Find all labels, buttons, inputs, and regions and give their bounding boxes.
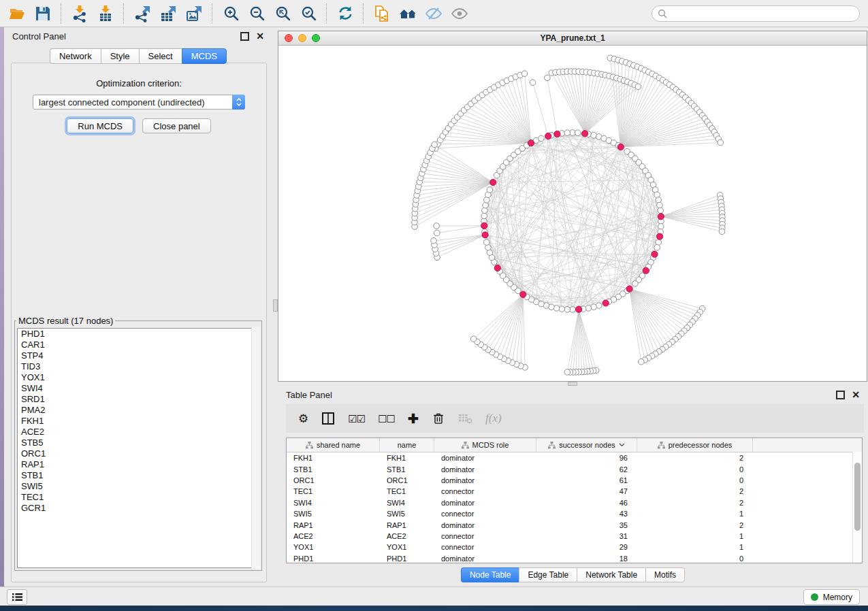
table-cell: 29 [536, 543, 637, 551]
minimize-window-icon[interactable] [298, 34, 306, 42]
float-panel-icon[interactable] [240, 32, 249, 41]
export-table-button[interactable] [155, 2, 181, 25]
table-row[interactable]: YOX1YOX1connector291 [287, 542, 862, 552]
scrollbar-thumb[interactable] [854, 463, 861, 531]
mcds-node-item[interactable]: PMA2 [18, 405, 259, 416]
mcds-node-item[interactable]: YOX1 [18, 372, 259, 383]
column-header-shared-name[interactable]: shared name [287, 438, 380, 452]
mcds-tab-content: Optimization criterion: largest connecte… [11, 63, 267, 582]
tab-select[interactable]: Select [139, 48, 182, 64]
show-columns-icon[interactable] [321, 412, 335, 425]
toolbar-separator [212, 3, 213, 24]
maximize-window-icon[interactable] [312, 34, 320, 42]
tab-motifs[interactable]: Motifs [645, 567, 685, 582]
save-session-button[interactable] [30, 2, 56, 25]
select-all-icon[interactable]: ☑☑ [348, 414, 365, 424]
add-column-icon[interactable]: ✚ [408, 412, 419, 425]
tab-mcds[interactable]: MCDS [182, 48, 227, 64]
memory-status-dot-icon [811, 593, 818, 601]
network-window-titlebar[interactable]: YPA_prune.txt_1 [278, 31, 867, 46]
column-header-MCDS-role[interactable]: MCDS role [434, 438, 536, 452]
search-input[interactable] [671, 8, 854, 19]
tab-network[interactable]: Network [50, 48, 101, 64]
open-file-button[interactable] [4, 2, 30, 25]
close-panel-button[interactable]: Close panel [142, 118, 211, 133]
zoom-selected-button[interactable] [295, 2, 321, 25]
show-details-button[interactable] [447, 2, 472, 25]
network-graph-canvas[interactable] [278, 46, 867, 381]
task-history-button[interactable] [7, 589, 27, 605]
mcds-node-item[interactable]: CAR1 [18, 340, 259, 350]
mcds-node-item[interactable]: PHD1 [18, 329, 259, 340]
zoom-out-button[interactable] [244, 2, 270, 25]
column-header-predecessor-nodes[interactable]: predecessor nodes [637, 438, 753, 452]
network-title: YPA_prune.txt_1 [540, 33, 605, 43]
mcds-node-item[interactable]: RAP1 [18, 459, 259, 470]
table-row[interactable]: ACE2ACE2connector311 [287, 531, 862, 542]
close-panel-icon[interactable]: ✕ [852, 390, 860, 399]
table-row[interactable]: RAP1RAP1dominator352 [287, 519, 862, 530]
table-body[interactable]: FKH1FKH1dominator962STB1STB1dominator620… [287, 452, 862, 563]
mcds-node-item[interactable]: SWI4 [18, 383, 259, 394]
tab-node-table[interactable]: Node Table [461, 567, 519, 582]
mcds-node-item[interactable]: STP4 [18, 350, 259, 361]
table-cell: connector [434, 543, 536, 551]
mcds-node-item[interactable]: SWI5 [18, 481, 259, 492]
close-window-icon[interactable] [285, 34, 293, 42]
select-stepper-icon [232, 95, 245, 110]
mcds-node-item[interactable]: STB1 [18, 470, 259, 481]
close-panel-icon[interactable]: ✕ [256, 31, 264, 41]
mcds-node-item[interactable]: SRD1 [18, 394, 259, 405]
table-row[interactable]: FKH1FKH1dominator962 [287, 452, 862, 463]
mcds-node-item[interactable]: TEC1 [18, 492, 259, 503]
zoom-in-button[interactable] [218, 2, 244, 25]
mcds-node-item[interactable]: ACE2 [18, 427, 259, 437]
table-cell: 61 [536, 476, 637, 484]
delete-table-icon[interactable] [458, 412, 472, 425]
refresh-view-button[interactable] [332, 2, 358, 25]
hide-details-button[interactable] [421, 2, 447, 25]
table-row[interactable]: PHD1PHD1dominator180 [287, 553, 862, 563]
tab-edge-table[interactable]: Edge Table [519, 567, 577, 582]
mcds-node-item[interactable]: GCR1 [18, 503, 259, 514]
table-cell: ORC1 [287, 476, 380, 484]
search-icon [658, 9, 667, 18]
import-network-button[interactable] [67, 2, 93, 25]
run-mcds-button[interactable]: Run MCDS [67, 118, 133, 133]
delete-columns-trash-icon[interactable] [432, 412, 445, 425]
vertical-splitter[interactable] [272, 27, 278, 587]
export-network-button[interactable] [129, 2, 155, 25]
mcds-node-item[interactable]: ORC1 [18, 448, 259, 459]
table-row[interactable]: ORC1ORC1dominator610 [287, 475, 862, 486]
import-table-button[interactable] [93, 2, 118, 25]
splitter-grip[interactable] [273, 299, 278, 312]
table-row[interactable]: SWI4SWI4dominator462 [287, 497, 862, 508]
memory-button[interactable]: Memory [803, 589, 860, 605]
export-image-button[interactable] [181, 2, 207, 25]
column-header-successor-nodes[interactable]: successor nodes [536, 438, 637, 452]
table-cell: PHD1 [380, 555, 434, 563]
mcds-node-item[interactable]: FKH1 [18, 416, 259, 427]
mcds-node-item[interactable]: TID3 [18, 361, 259, 372]
zoom-fit-button[interactable] [270, 2, 295, 25]
float-panel-icon[interactable] [836, 391, 845, 399]
deselect-all-icon[interactable]: ☐☐ [378, 414, 395, 424]
function-builder-icon[interactable]: f(x) [485, 412, 502, 425]
table-row[interactable]: STB1STB1dominator620 [287, 463, 862, 474]
criterion-select[interactable]: largest connected component (undirected) [33, 95, 245, 110]
table-cell: ACE2 [380, 532, 434, 540]
mcds-result-list[interactable]: PHD1CAR1STP4TID3YOX1SWI4SRD1PMA2FKH1ACE2… [17, 328, 259, 568]
table-mode-gear-icon[interactable]: ⚙ [298, 413, 308, 425]
tab-style[interactable]: Style [101, 48, 139, 64]
first-neighbors-button[interactable] [395, 2, 421, 25]
mcds-result-group: MCDS result (17 nodes) PHD1CAR1STP4TID3Y… [14, 316, 262, 571]
table-cell: connector [434, 487, 536, 495]
table-row[interactable]: TEC1TEC1connector472 [287, 486, 862, 497]
table-scrollbar[interactable] [852, 452, 862, 563]
table-row[interactable]: SWI5SWI5connector431 [287, 508, 862, 519]
mcds-node-item[interactable]: STB5 [18, 437, 259, 448]
column-header-name[interactable]: name [380, 438, 434, 452]
duplicate-network-button[interactable] [369, 2, 395, 25]
tab-network-table[interactable]: Network Table [577, 567, 645, 582]
mcds-list-scrollbar[interactable] [251, 327, 261, 569]
